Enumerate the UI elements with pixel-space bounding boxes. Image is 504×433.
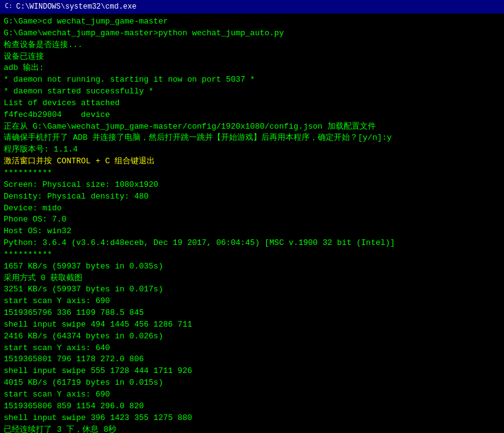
terminal-line: ********** <box>4 249 500 261</box>
terminal-line: Screen: Physical size: 1080x1920 <box>4 179 500 191</box>
terminal-line: 正在从 G:\Game\wechat_jump_game-master/conf… <box>4 121 500 133</box>
terminal-line: shell input swipe 555 1728 444 1711 926 <box>4 366 500 377</box>
terminal-line: 激活窗口并按 CONTROL + C 组合键退出 <box>4 156 500 168</box>
terminal-line: Python: 3.6.4 (v3.6.4:d48eceb, Dec 19 20… <box>4 238 500 249</box>
title-bar: C: C:\WINDOWS\system32\cmd.exe <box>0 0 504 14</box>
terminal-line: 1657 KB/s (59937 bytes in 0.035s) <box>4 261 500 273</box>
terminal-line: 4015 KB/s (61719 bytes in 0.015s) <box>4 377 500 389</box>
terminal-line: 1519365801 796 1178 272.0 806 <box>4 354 500 366</box>
terminal-lines: G:\Game>cd wechat_jump_game-masterG:\Gam… <box>4 16 500 433</box>
terminal-line: 1519365796 336 1109 788.5 845 <box>4 307 500 319</box>
terminal-line: 采用方式 0 获取截图 <box>4 273 500 285</box>
terminal-line: Device: mido <box>4 203 500 215</box>
terminal-line: List of devices attached <box>4 98 500 109</box>
terminal-line: adb 输出: <box>4 62 500 74</box>
terminal-line: shell input swipe 396 1423 355 1275 880 <box>4 413 500 424</box>
terminal-line: f4fec4b29804 device <box>4 109 500 121</box>
terminal-line: G:\Game\wechat_jump_game-master>python w… <box>4 28 500 40</box>
terminal-line: 3251 KB/s (59937 bytes in 0.017s) <box>4 284 500 296</box>
terminal-line: start scan Y axis: 690 <box>4 389 500 401</box>
terminal-line: Phone OS: 7.0 <box>4 214 500 226</box>
terminal-line: * daemon started successfully * <box>4 86 500 98</box>
terminal-line: Host OS: win32 <box>4 226 500 238</box>
terminal-line: start scan Y axis: 690 <box>4 296 500 307</box>
terminal-line: 程序版本号: 1.1.4 <box>4 144 500 156</box>
terminal-line: shell input swipe 494 1445 456 1286 711 <box>4 319 500 331</box>
terminal-line: 检查设备是否连接... <box>4 40 500 51</box>
terminal-line: 2416 KB/s (64374 bytes in 0.026s) <box>4 331 500 343</box>
terminal-line: 设备已连接 <box>4 51 500 63</box>
terminal-line: 请确保手机打开了 ADB 并连接了电脑，然后打开跳一跳并【开始游戏】后再用本程序… <box>4 132 500 144</box>
terminal-line: start scan Y axis: 640 <box>4 343 500 354</box>
terminal-line: G:\Game>cd wechat_jump_game-master <box>4 16 500 28</box>
cmd-icon: C: <box>4 1 12 12</box>
terminal-line: Density: Physical density: 480 <box>4 191 500 203</box>
terminal-content: G:\Game>cd wechat_jump_game-masterG:\Gam… <box>0 14 504 433</box>
svg-text:C:: C: <box>5 2 12 9</box>
terminal-line: 已经连续打了 3 下，休息 8秒 <box>4 424 500 433</box>
terminal-line: ********** <box>4 168 500 179</box>
terminal-line: 1519365806 859 1154 296.0 820 <box>4 401 500 413</box>
title-bar-text: C:\WINDOWS\system32\cmd.exe <box>16 2 136 11</box>
terminal-line: * daemon not running. starting it now on… <box>4 74 500 86</box>
